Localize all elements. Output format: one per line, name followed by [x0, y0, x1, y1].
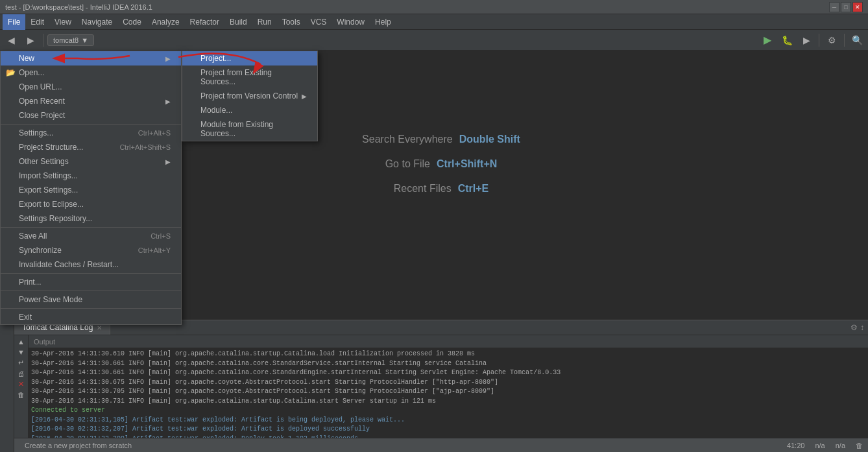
synchronize-label: Synchronize: [19, 246, 62, 255]
submenu-item-module[interactable]: Module...: [182, 103, 317, 117]
maximize-button[interactable]: □: [841, 2, 851, 12]
search-everywhere-shortcut: Double Shift: [459, 134, 520, 145]
separator-2: [1, 227, 181, 228]
folder-icon: 📂: [6, 68, 16, 77]
recent-files-label: Recent Files: [394, 183, 452, 195]
build-button[interactable]: ⚙: [823, 32, 840, 49]
recent-files-hint: Recent Files Ctrl+E: [394, 183, 489, 195]
open-label: Open...: [19, 68, 44, 77]
tomcat-log-close-icon[interactable]: ✕: [97, 324, 102, 331]
menu-item-power-save[interactable]: Power Save Mode: [1, 292, 181, 307]
menu-view[interactable]: View: [49, 14, 77, 30]
menu-navigate[interactable]: Navigate: [77, 14, 117, 30]
submenu-item-project-vcs[interactable]: Project from Version Control ▶: [182, 89, 317, 103]
menu-item-other-settings[interactable]: Other Settings ▶: [1, 154, 181, 169]
menu-item-export-eclipse[interactable]: Export to Eclipse...: [1, 197, 181, 211]
module-label: Module...: [200, 106, 232, 115]
wrap-button[interactable]: ↵: [18, 359, 24, 367]
menu-vcs[interactable]: VCS: [306, 14, 332, 30]
menu-item-save-all[interactable]: Save All Ctrl+S: [1, 229, 181, 243]
menu-item-open-url[interactable]: Open URL...: [1, 80, 181, 94]
close-button[interactable]: ✕: [852, 2, 863, 12]
scroll-down-button[interactable]: ▼: [18, 348, 25, 356]
submenu-item-project-existing[interactable]: Project from Existing Sources...: [182, 65, 317, 89]
status-bar: 📁 Create a new project from scratch 41:2…: [0, 438, 868, 452]
goto-file-shortcut: Ctrl+Shift+N: [437, 158, 497, 170]
submenu-item-project[interactable]: Project...: [182, 51, 317, 65]
menu-item-import-settings[interactable]: Import Settings...: [1, 169, 181, 183]
menu-item-settings[interactable]: Settings... Ctrl+Alt+S: [1, 126, 181, 140]
back-button[interactable]: ◀: [3, 32, 19, 49]
encoding-indicator: n/a: [815, 442, 825, 449]
print-output-button[interactable]: 🖨: [18, 370, 25, 377]
line-col-indicator[interactable]: 41:20: [787, 442, 805, 449]
recent-files-shortcut: Ctrl+E: [458, 183, 489, 195]
menu-item-invalidate[interactable]: Invalidate Caches / Restart...: [1, 257, 181, 272]
forward-button[interactable]: ▶: [22, 32, 39, 49]
toolbar-sep-1: [43, 34, 43, 47]
menu-build[interactable]: Build: [224, 14, 252, 30]
new-arrow: ▶: [165, 55, 171, 62]
separator-1: [1, 124, 181, 125]
menu-item-settings-repo[interactable]: Settings Repository...: [1, 211, 181, 226]
menu-item-open[interactable]: 📂 Open...: [1, 65, 181, 80]
minimize-button[interactable]: ─: [829, 2, 839, 12]
settings-repo-label: Settings Repository...: [19, 214, 92, 223]
run-button[interactable]: ▶: [759, 32, 776, 49]
log-line: 30-Apr-2016 14:31:30.731 INFO [main] org…: [31, 397, 865, 407]
output-area: Output 30-Apr-2016 14:31:30.610 INFO [ma…: [29, 335, 868, 452]
synchronize-shortcut: Ctrl+Alt+Y: [138, 246, 171, 254]
separator-3: [1, 273, 181, 274]
print-label: Print...: [19, 278, 42, 287]
coverage-button[interactable]: ▶: [798, 32, 815, 49]
menu-item-export-settings[interactable]: Export Settings...: [1, 183, 181, 197]
toolbar-right: ▶ 🐛 ▶ ⚙ 🔍: [759, 32, 865, 49]
output-content: 30-Apr-2016 14:31:30.610 INFO [main] org…: [29, 348, 868, 452]
search-everywhere-hint: Search Everywhere Double Shift: [362, 134, 520, 145]
stop-output-button[interactable]: ✕: [18, 380, 24, 388]
run-config-selector[interactable]: tomcat8 ▼: [47, 34, 94, 46]
output-header: Output: [29, 335, 868, 348]
menu-help[interactable]: Help: [370, 14, 396, 30]
main-toolbar: ◀ ▶ tomcat8 ▼ ▶ 🐛 ▶ ⚙ 🔍: [0, 30, 868, 51]
menu-item-exit[interactable]: Exit: [1, 310, 181, 324]
linesep-indicator: n/a: [836, 442, 845, 449]
menu-edit[interactable]: Edit: [25, 14, 49, 30]
window-title: test - [D:\workspace\test] - IntelliJ ID…: [5, 3, 152, 11]
search-everywhere-label: Search Everywhere: [362, 134, 453, 145]
output-side-toolbar: ▲ ▼ ↵ 🖨 ✕ 🗑: [14, 335, 29, 452]
file-menu-dropdown: New ▶ 📂 Open... Open URL... Open Recent …: [0, 51, 182, 325]
menu-refactor[interactable]: Refactor: [185, 14, 224, 30]
settings-shortcut: Ctrl+Alt+S: [138, 129, 171, 137]
close-project-label: Close Project: [19, 111, 65, 120]
project-vcs-arrow: ▶: [302, 93, 307, 100]
close-output-button[interactable]: 🗑: [18, 391, 25, 399]
debug-button[interactable]: 🐛: [778, 32, 795, 49]
scroll-up-button[interactable]: ▲: [18, 338, 25, 346]
menu-item-close-project[interactable]: Close Project: [1, 108, 181, 123]
menu-item-open-recent[interactable]: Open Recent ▶: [1, 94, 181, 108]
status-message: Create a new project from scratch: [25, 442, 132, 449]
menu-file[interactable]: File: [3, 14, 25, 30]
export-settings-label: Export Settings...: [19, 185, 78, 195]
menu-window[interactable]: Window: [332, 14, 370, 30]
toolbar-sep-3: [844, 34, 845, 47]
menu-run[interactable]: Run: [252, 14, 277, 30]
log-line: Connected to server: [31, 406, 865, 416]
menu-item-synchronize[interactable]: Synchronize Ctrl+Alt+Y: [1, 243, 181, 257]
exit-label: Exit: [19, 313, 32, 322]
new-submenu: Project... Project from Existing Sources…: [182, 51, 318, 141]
menu-tools[interactable]: Tools: [277, 14, 306, 30]
menu-item-print[interactable]: Print...: [1, 275, 181, 289]
menu-code[interactable]: Code: [117, 14, 147, 30]
run-config-name: tomcat8: [53, 36, 78, 44]
menu-item-project-structure[interactable]: Project Structure... Ctrl+Alt+Shift+S: [1, 140, 181, 154]
menu-analyze[interactable]: Analyze: [147, 14, 185, 30]
settings-label: Settings...: [19, 128, 53, 137]
separator-5: [1, 308, 181, 309]
search-everywhere-toolbar[interactable]: 🔍: [849, 32, 865, 49]
gear-icon[interactable]: ⚙: [850, 323, 858, 332]
submenu-item-module-existing[interactable]: Module from Existing Sources...: [182, 117, 317, 141]
menu-item-new[interactable]: New ▶: [1, 51, 181, 65]
expand-icon[interactable]: ↕: [860, 323, 864, 332]
